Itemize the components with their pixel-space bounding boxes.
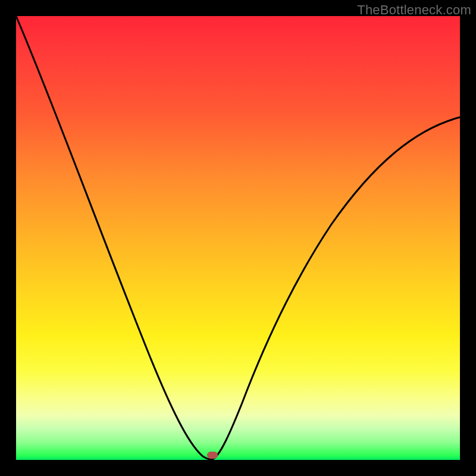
- chart-frame: TheBottleneck.com: [0, 0, 476, 476]
- watermark-text: TheBottleneck.com: [357, 2, 471, 18]
- plot-area: [16, 16, 460, 460]
- curve-path: [16, 16, 460, 459]
- bottleneck-curve: [16, 16, 460, 460]
- minimum-marker: [207, 452, 218, 459]
